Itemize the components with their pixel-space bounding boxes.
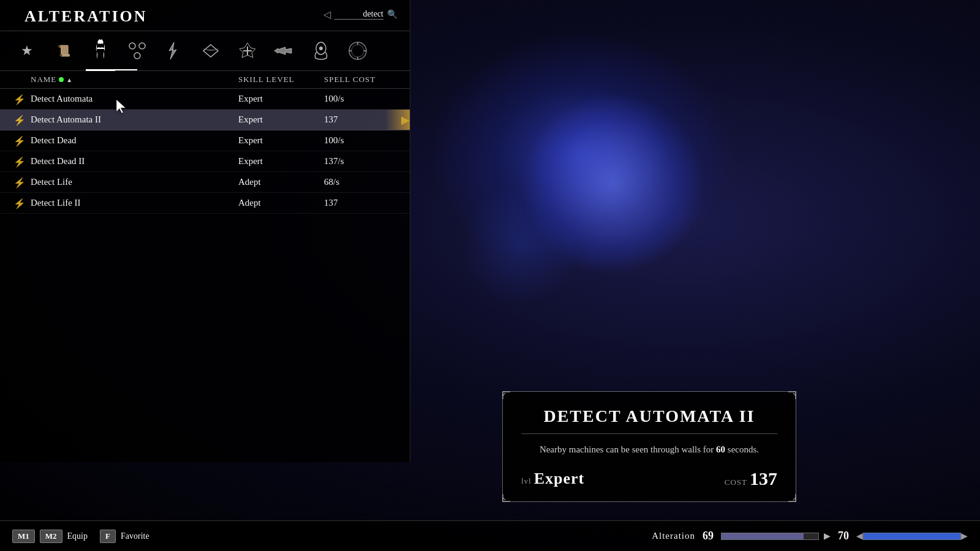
tooltip-desc-end: seconds. [728, 444, 759, 454]
exp-progress-bar: ▶ [721, 531, 831, 541]
cat-destruction[interactable] [159, 36, 189, 66]
key-m1: M1 [12, 530, 35, 543]
spell-name: Detect Automata II [31, 114, 238, 125]
stamina-arrow-left: ◀ [856, 531, 863, 541]
spell-cost: 68/s [324, 177, 398, 187]
search-bar: ◁ 🔍 [323, 9, 398, 20]
spell-icon: ⚡ [13, 135, 26, 146]
spell-cost: 100/s [324, 94, 398, 104]
cat-favorites[interactable]: ★ [12, 36, 42, 66]
spell-cost: 137 [324, 114, 398, 125]
corner-tr [782, 391, 797, 405]
tooltip-cost-value: 137 [750, 468, 777, 489]
table-row[interactable]: ⚡ Detect Life Adept 68/s [0, 172, 410, 193]
col-name-label: NAME [31, 75, 56, 84]
action-buttons: M1 M2 Equip F Favorite [12, 530, 157, 543]
label-equip: Equip [67, 531, 88, 541]
progress-arrow-right: ▶ [824, 531, 831, 541]
tooltip-level-section: lvl Expert [521, 470, 584, 488]
exp-bar-bg [721, 533, 819, 540]
spell-name: Detect Dead [31, 135, 238, 146]
search-input[interactable] [334, 9, 383, 20]
spell-skill: Expert [238, 114, 324, 125]
category-icons-bar: ★ 📜 [0, 31, 410, 71]
panel-title: ALTERATION [24, 7, 148, 25]
cat-alteration[interactable] [86, 36, 115, 66]
tooltip-level-label: lvl [521, 476, 532, 485]
svg-point-6 [319, 47, 323, 50]
cat-shouts[interactable] [270, 36, 299, 66]
spell-icon: ⚡ [13, 156, 26, 167]
corner-tl [502, 391, 516, 405]
spell-list-panel: ALTERATION ◁ 🔍 ★ 📜 [0, 0, 410, 462]
svg-point-1 [139, 43, 145, 49]
table-row[interactable]: ⚡ Detect Life II Adept 137 [0, 193, 410, 214]
spell-cost: 137/s [324, 156, 398, 167]
spell-icon: ⚡ [13, 114, 26, 126]
sort-arrow: ▲ [66, 77, 73, 83]
spell-skill: Expert [238, 94, 324, 104]
search-arrow-icon: ◁ [323, 9, 331, 20]
spell-name: Detect Life II [31, 198, 238, 208]
tooltip-level-value: Expert [534, 470, 585, 487]
spell-skill: Adept [238, 198, 324, 208]
spell-tooltip: DETECT AUTOMATA II Nearby machines can b… [502, 391, 796, 503]
tooltip-highlight: 60 [716, 444, 725, 454]
table-row[interactable]: ⚡ Detect Dead II Expert 137/s [0, 151, 410, 172]
cat-spells[interactable]: 📜 [49, 36, 78, 66]
tooltip-divider [521, 433, 777, 434]
stamina-arrow-right: ▶ [961, 531, 968, 541]
svg-point-0 [129, 43, 135, 49]
spell-cost: 100/s [324, 135, 398, 146]
table-row[interactable]: ⚡ Detect Automata II Expert 137 ▶ [0, 110, 410, 130]
skill-bar: Alteration 69 ▶ 70 ◀ ▶ [652, 530, 968, 542]
tooltip-inner: DETECT AUTOMATA II Nearby machines can b… [503, 392, 796, 502]
stamina-bar-bg [863, 533, 961, 540]
spell-name: Detect Life [31, 177, 238, 187]
tooltip-title: DETECT AUTOMATA II [521, 407, 777, 426]
spell-name: Detect Automata [31, 94, 238, 104]
tooltip-description: Nearby machines can be seen through wall… [521, 443, 777, 457]
cat-illusion[interactable] [196, 36, 225, 66]
next-level: 70 [838, 530, 849, 542]
tooltip-cost-section: COST 137 [725, 468, 777, 489]
stamina-bar-fill [864, 533, 960, 539]
bottom-bar: M1 M2 Equip F Favorite Alteration 69 ▶ 7… [0, 520, 980, 551]
exp-bar-fill [722, 533, 804, 539]
col-spell-cost: SPELL COST [324, 75, 398, 84]
spell-skill: Expert [238, 156, 324, 167]
spell-skill: Adept [238, 177, 324, 187]
corner-br [782, 488, 797, 503]
atmosphere [459, 184, 582, 306]
spell-icon: ⚡ [13, 93, 26, 105]
cat-restoration[interactable] [233, 36, 262, 66]
tooltip-cost-label: COST [725, 478, 747, 487]
key-m2: M2 [40, 530, 62, 543]
label-favorite: Favorite [121, 531, 149, 541]
row-select-arrow: ▶ [401, 113, 410, 127]
sort-indicator [59, 77, 64, 82]
current-level: 69 [703, 530, 714, 542]
tooltip-footer: lvl Expert COST 137 [521, 468, 777, 489]
spell-name: Detect Dead II [31, 156, 238, 167]
skill-name: Alteration [652, 531, 695, 541]
cat-active-effects[interactable] [343, 36, 372, 66]
table-row[interactable]: ⚡ Detect Dead Expert 100/s [0, 130, 410, 151]
spell-table: ⚡ Detect Automata Expert 100/s ⚡ Detect … [0, 89, 410, 214]
spell-skill: Expert [238, 135, 324, 146]
table-header: NAME ▲ SKILL LEVEL SPELL COST [0, 71, 410, 89]
search-magnify-icon[interactable]: 🔍 [387, 9, 398, 20]
col-name: NAME ▲ [31, 75, 238, 84]
corner-bl [502, 488, 516, 503]
spell-icon: ⚡ [13, 197, 26, 209]
svg-point-2 [134, 53, 140, 59]
tooltip-desc-text: Nearby machines can be seen through wall… [540, 444, 714, 454]
title-bar: ALTERATION ◁ 🔍 [0, 0, 410, 31]
spell-cost: 137 [324, 198, 398, 208]
cat-powers[interactable] [306, 36, 336, 66]
spell-icon: ⚡ [13, 176, 26, 188]
key-f: F [100, 530, 116, 543]
stamina-bar: ◀ ▶ [856, 531, 968, 541]
cat-conjuration[interactable] [123, 36, 152, 66]
table-row[interactable]: ⚡ Detect Automata Expert 100/s [0, 89, 410, 110]
